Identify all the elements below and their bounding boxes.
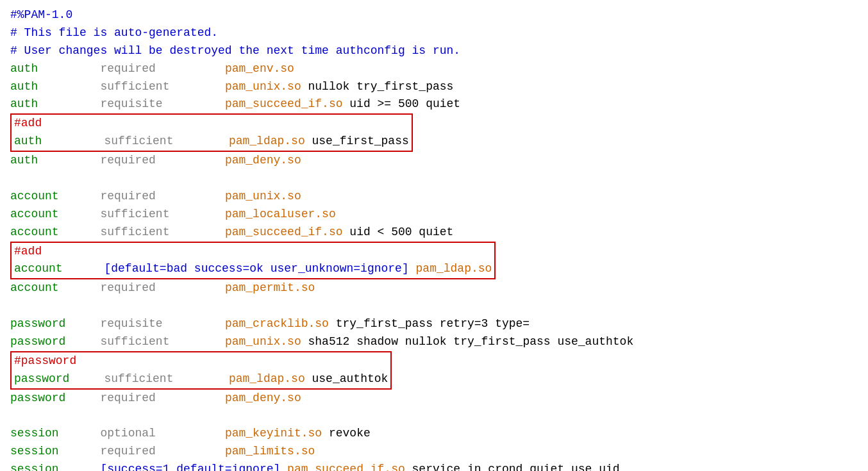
pam-config: #%PAM-1.0# This file is auto-generated.#… xyxy=(10,6,858,471)
